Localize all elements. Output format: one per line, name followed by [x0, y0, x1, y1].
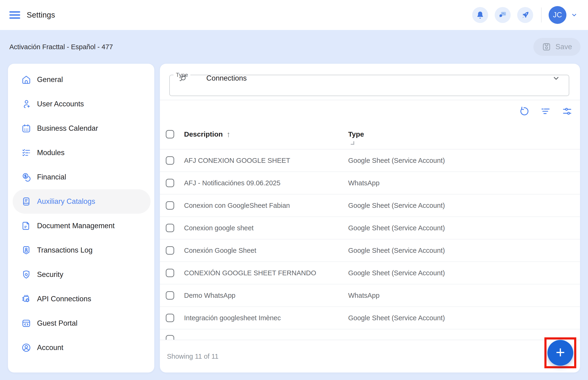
column-resize-handle[interactable] — [351, 141, 354, 145]
row-checkbox[interactable] — [166, 291, 174, 300]
row-checkbox — [166, 335, 174, 340]
checklist-icon — [21, 148, 31, 158]
column-settings-button[interactable] — [562, 106, 572, 117]
showing-count: Showing 11 of 11 — [167, 353, 219, 360]
filter-icon — [540, 106, 551, 117]
row-checkbox[interactable] — [166, 224, 174, 232]
log-badge-icon — [21, 245, 31, 255]
row-type: Google Sheet (Service Account) — [348, 224, 580, 232]
user-add-icon — [21, 99, 31, 109]
table-row[interactable]: AFJ CONEXION GOOGLE SHEET Google Sheet (… — [160, 150, 580, 172]
plus-icon: + — [556, 344, 565, 360]
row-description: Integración googlesheet Imènec — [184, 314, 348, 322]
sidebar-item[interactable]: Financial — [13, 165, 150, 189]
row-type: WhatsApp — [348, 179, 580, 187]
menu-icon[interactable] — [9, 11, 20, 19]
row-type: Google Sheet (Service Account) — [348, 314, 580, 322]
shield-icon — [21, 269, 31, 280]
row-description: Demo WhatsApp — [184, 292, 348, 299]
sidebar-item[interactable]: Transactions Log — [13, 238, 150, 262]
table-body: AFJ CONEXION GOOGLE SHEET Google Sheet (… — [160, 150, 580, 329]
floppy-disk-icon — [542, 42, 551, 52]
table-row[interactable]: Conexión Google Sheet Google Sheet (Serv… — [160, 239, 580, 262]
chip-gear-icon — [21, 294, 31, 304]
select-all-checkbox[interactable] — [166, 130, 174, 138]
sort-asc-icon[interactable]: ↑ — [226, 130, 230, 139]
row-type: WhatsApp — [348, 292, 580, 299]
save-button[interactable]: Save — [533, 38, 581, 56]
sub-header: Activación Fracttal - Español - 477 Save — [0, 30, 588, 64]
company-title: Activación Fracttal - Español - 477 — [9, 43, 113, 51]
row-description: Conexion con GoogleSheet Fabian — [184, 202, 348, 209]
main-panel: Type Connections — [160, 64, 580, 373]
table-header: Description ↑ Type — [160, 119, 580, 150]
row-description: AFJ CONEXION GOOGLE SHEET — [184, 157, 348, 165]
row-checkbox[interactable] — [166, 314, 174, 322]
browser-code-icon — [21, 318, 31, 328]
filter-button[interactable] — [540, 106, 551, 117]
row-checkbox[interactable] — [166, 156, 174, 165]
refresh-icon — [519, 106, 529, 117]
sidebar-item[interactable]: General — [13, 67, 150, 92]
table-footer: Showing 11 of 11 — [160, 340, 580, 373]
table-row[interactable]: Demo WhatsApp WhatsApp — [160, 285, 580, 307]
table-row[interactable]: Conexion con GoogleSheet Fabian Google S… — [160, 194, 580, 217]
notifications-button[interactable] — [472, 7, 488, 23]
row-description: CONEXIÓN GOOGLE SHEET FERNANDO — [184, 269, 348, 277]
row-description: Conexion google sheet — [184, 224, 348, 232]
home-icon — [21, 75, 31, 85]
assistant-chat-button[interactable] — [495, 7, 511, 23]
table-row[interactable]: CONEXIÓN GOOGLE SHEET FERNANDO Google Sh… — [160, 262, 580, 285]
table-row-partial — [160, 329, 580, 340]
row-type: Google Sheet (Service Account) — [348, 202, 580, 209]
table-toolbar — [160, 100, 580, 119]
row-type: Google Sheet (Service Account) — [348, 157, 580, 165]
chevron-down-icon[interactable] — [571, 12, 578, 19]
document-icon — [21, 221, 31, 231]
sidebar-item[interactable]: API Connections — [13, 287, 150, 311]
type-select[interactable]: Type Connections — [169, 72, 569, 96]
row-checkbox[interactable] — [166, 179, 174, 187]
column-header-type[interactable]: Type — [348, 130, 364, 138]
sidebar-item[interactable]: Security — [13, 262, 150, 287]
page-title: Settings — [27, 11, 55, 19]
sidebar-item[interactable]: Account — [13, 336, 150, 360]
sidebar-item[interactable]: Business Calendar — [13, 116, 150, 141]
topbar-action-list — [466, 7, 533, 23]
topbar-actions: JC — [466, 6, 578, 24]
sidebar-nav: General User Accounts Business Calendar … — [8, 67, 154, 360]
separator — [541, 7, 542, 22]
user-circle-icon — [21, 342, 31, 353]
annotation-highlight: + — [544, 337, 576, 368]
sidebar-item[interactable]: Auxiliary Catalogs — [13, 189, 150, 214]
bell-icon — [476, 11, 485, 19]
table-row[interactable]: Integración googlesheet Imènec Google Sh… — [160, 307, 580, 329]
type-field-value: Connections — [206, 74, 247, 82]
connector-icon — [178, 73, 188, 83]
coin-icon — [21, 172, 31, 182]
sidebar-item[interactable]: Modules — [13, 141, 150, 165]
row-checkbox[interactable] — [166, 269, 174, 277]
row-type: Google Sheet (Service Account) — [348, 247, 580, 254]
top-bar: Settings JC — [0, 0, 588, 30]
tune-icon — [562, 106, 572, 117]
row-checkbox[interactable] — [166, 201, 174, 210]
column-header-description[interactable]: Description — [184, 130, 223, 138]
table-row[interactable]: AFJ - Notificaciónes 09.06.2025 WhatsApp — [160, 172, 580, 194]
chevron-down-icon — [552, 74, 560, 82]
rocket-icon — [521, 11, 530, 19]
sidebar-item[interactable]: Guest Portal — [13, 311, 150, 336]
row-description: Conexión Google Sheet — [184, 247, 348, 254]
launch-button[interactable] — [517, 7, 533, 23]
add-button[interactable]: + — [547, 340, 573, 366]
settings-sidebar: General User Accounts Business Calendar … — [8, 64, 154, 373]
refresh-button[interactable] — [519, 106, 529, 117]
table-row[interactable]: Conexion google sheet Google Sheet (Serv… — [160, 217, 580, 239]
calendar-icon — [21, 123, 31, 133]
row-type: Google Sheet (Service Account) — [348, 269, 580, 277]
sidebar-item[interactable]: Document Management — [13, 214, 150, 238]
row-checkbox[interactable] — [166, 246, 174, 255]
content: General User Accounts Business Calendar … — [0, 64, 588, 373]
sidebar-item[interactable]: User Accounts — [13, 92, 150, 116]
avatar[interactable]: JC — [549, 6, 567, 24]
